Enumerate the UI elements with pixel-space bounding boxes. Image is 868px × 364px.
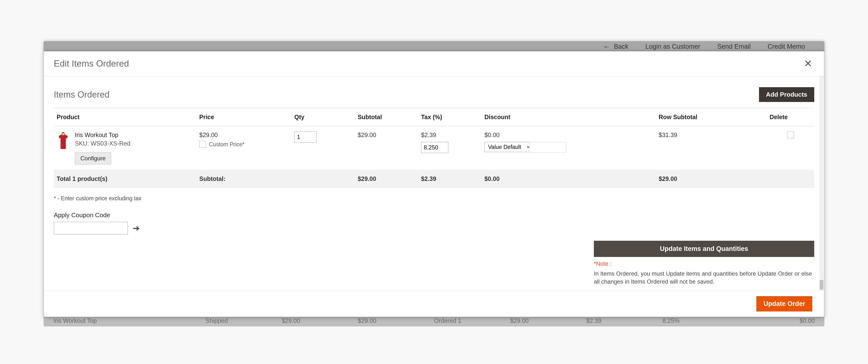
col-discount: Discount bbox=[482, 108, 656, 126]
subtotal-cell: $29.00 bbox=[355, 126, 418, 170]
col-product: Product bbox=[54, 108, 196, 126]
discount-amount: $0.00 bbox=[485, 131, 653, 139]
update-order-button[interactable]: Update Order bbox=[756, 296, 812, 311]
section-title: Items Ordered bbox=[54, 90, 110, 100]
totals-row-subtotal: $29.00 bbox=[656, 170, 767, 188]
back-arrow-icon: ← bbox=[603, 42, 610, 51]
col-subtotal: Subtotal bbox=[355, 108, 418, 126]
edit-items-modal: Edit Items Ordered ✕ Items Ordered Add P… bbox=[44, 51, 824, 317]
table-row: Iris Workout Top SKU: WS03-XS-Red Config… bbox=[54, 126, 814, 170]
price-cell: $29.00 Custom Price* bbox=[196, 126, 291, 170]
coupon-label: Apply Coupon Code bbox=[54, 211, 814, 219]
tax-amount: $2.39 bbox=[421, 131, 479, 139]
close-icon[interactable]: ✕ bbox=[804, 59, 812, 69]
send-email-link: Send Email bbox=[717, 43, 750, 50]
discount-cell: $0.00 Value Default bbox=[482, 126, 656, 170]
totals-subtotal-label: Subtotal: bbox=[196, 170, 291, 188]
update-items-button[interactable]: Update Items and Quantities bbox=[594, 241, 814, 257]
table-header-row: Product Price Qty Subtotal Tax (%) Disco… bbox=[54, 108, 814, 126]
discount-select[interactable]: Value Default bbox=[485, 142, 530, 152]
section-header: Items Ordered Add Products bbox=[54, 79, 814, 108]
modal-body: Items Ordered Add Products Product Price… bbox=[44, 76, 824, 291]
row-subtotal-cell: $31.39 bbox=[656, 126, 767, 170]
custom-price-row[interactable]: Custom Price* bbox=[199, 141, 289, 148]
modal-title: Edit Items Ordered bbox=[54, 59, 129, 69]
col-price: Price bbox=[196, 108, 291, 126]
note-star: *Note : bbox=[594, 260, 814, 267]
totals-subtotal: $29.00 bbox=[355, 170, 418, 188]
back-link: Back bbox=[614, 43, 628, 50]
totals-row: Total 1 product(s) Subtotal: $29.00 $2.3… bbox=[54, 170, 814, 188]
product-cell: Iris Workout Top SKU: WS03-XS-Red Config… bbox=[54, 126, 196, 170]
page-actions-toolbar: ← Back Login as Customer Send Email Cred… bbox=[43, 41, 825, 52]
custom-price-label: Custom Price* bbox=[209, 141, 245, 148]
configure-button[interactable]: Configure bbox=[75, 152, 111, 164]
login-as-customer-link: Login as Customer bbox=[645, 43, 701, 50]
scrollbar[interactable] bbox=[819, 76, 824, 291]
qty-cell bbox=[291, 126, 355, 170]
totals-discount: $0.00 bbox=[482, 170, 656, 188]
coupon-input[interactable] bbox=[54, 222, 128, 235]
delete-cell bbox=[767, 126, 814, 170]
custom-price-footnote: * - Enter custom price excluding tax bbox=[54, 195, 814, 202]
modal-header: Edit Items Ordered ✕ bbox=[44, 51, 824, 76]
custom-price-checkbox[interactable] bbox=[199, 141, 206, 148]
credit-memo-link: Credit Memo bbox=[768, 43, 805, 50]
col-tax: Tax (%) bbox=[418, 108, 482, 126]
product-sku: SKU: WS03-XS-Red bbox=[75, 140, 130, 147]
note-text: In Items Ordered, you must Update items … bbox=[594, 270, 814, 286]
discount-value-input[interactable] bbox=[529, 142, 566, 153]
tax-percent-input[interactable] bbox=[421, 142, 448, 153]
add-products-button[interactable]: Add Products bbox=[759, 87, 814, 102]
items-table: Product Price Qty Subtotal Tax (%) Disco… bbox=[54, 108, 814, 188]
col-row-subtotal: Row Subtotal bbox=[656, 108, 767, 126]
col-qty: Qty bbox=[291, 108, 355, 126]
modal-footer: Update Order bbox=[44, 291, 824, 317]
apply-coupon-icon[interactable]: ➔ bbox=[133, 224, 140, 232]
totals-label: Total 1 product(s) bbox=[54, 170, 196, 188]
col-delete: Delete bbox=[767, 108, 814, 126]
delete-checkbox[interactable] bbox=[787, 131, 794, 138]
product-thumbnail bbox=[57, 131, 70, 151]
product-name: Iris Workout Top bbox=[75, 131, 130, 139]
qty-input[interactable] bbox=[294, 131, 316, 143]
update-items-block: Update Items and Quantities *Note : In I… bbox=[594, 241, 814, 286]
totals-tax: $2.39 bbox=[418, 170, 482, 188]
tax-cell: $2.39 bbox=[418, 126, 482, 170]
price-value: $29.00 bbox=[199, 131, 289, 139]
coupon-block: Apply Coupon Code ➔ bbox=[54, 211, 814, 235]
